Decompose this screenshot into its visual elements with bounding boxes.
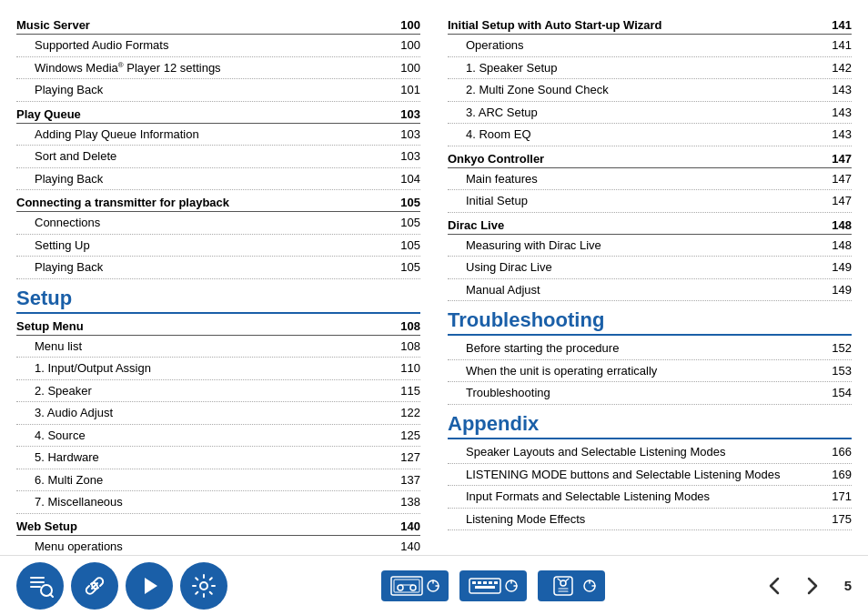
toc-initial-setup-2-page: 147 bbox=[832, 192, 852, 210]
toc-audio-adjust-page: 122 bbox=[400, 404, 420, 422]
toc-connections[interactable]: Connections 105 bbox=[16, 212, 420, 235]
toc-playing-back-3-page: 105 bbox=[400, 258, 420, 277]
svg-rect-17 bbox=[478, 581, 481, 584]
toc-before-starting-label: Before starting the procedure bbox=[466, 339, 832, 358]
toc-speaker-layouts-label: Speaker Layouts and Selectable Listening… bbox=[466, 443, 832, 461]
toc-multi-zone-sound-label: 2. Multi Zone Sound Check bbox=[466, 81, 832, 99]
toc-windows-media-label: Windows Media® Player 12 settings bbox=[35, 59, 400, 77]
toc-listening-mode-buttons-page: 169 bbox=[832, 466, 852, 484]
play-button[interactable] bbox=[126, 562, 173, 610]
section-setup-menu-page: 108 bbox=[400, 319, 420, 333]
section-initial-setup: Initial Setup with Auto Start-up Wizard … bbox=[448, 16, 852, 35]
toc-playing-back-2[interactable]: Playing Back 104 bbox=[16, 168, 420, 191]
toc-initial-setup-2[interactable]: Initial Setup 147 bbox=[448, 190, 852, 213]
toc-troubleshooting-item-label: Troubleshooting bbox=[466, 384, 832, 402]
toc-operations[interactable]: Operations 141 bbox=[448, 35, 852, 57]
toc-audio-adjust[interactable]: 3. Audio Adjust 122 bbox=[16, 402, 420, 425]
toc-listening-mode-buttons[interactable]: LISTENING MODE buttons and Selectable Li… bbox=[448, 464, 852, 487]
toc-playing-back-1[interactable]: Playing Back 101 bbox=[16, 79, 420, 102]
toc-input-formats-page: 171 bbox=[832, 488, 852, 506]
toc-adding-play-queue[interactable]: Adding Play Queue Information 103 bbox=[16, 124, 420, 146]
footer-device-buttons bbox=[381, 570, 605, 601]
toc-input-formats[interactable]: Input Formats and Selectable Listening M… bbox=[448, 486, 852, 509]
toc-hardware-label: 5. Hardware bbox=[35, 449, 400, 467]
toc-input-output-page: 110 bbox=[400, 359, 420, 378]
toc-operating-erratically-label: When the unit is operating erratically bbox=[466, 362, 832, 380]
toc-playing-back-3[interactable]: Playing Back 105 bbox=[16, 257, 420, 279]
toc-initial-setup-2-label: Initial Setup bbox=[466, 192, 832, 210]
toc-speaker-layouts[interactable]: Speaker Layouts and Selectable Listening… bbox=[448, 441, 852, 464]
toc-setting-up-page: 105 bbox=[400, 237, 420, 255]
toc-button[interactable] bbox=[16, 562, 64, 610]
toc-source[interactable]: 4. Source 125 bbox=[16, 425, 420, 448]
toc-setting-up[interactable]: Setting Up 105 bbox=[16, 235, 420, 257]
toc-arc-setup-page: 143 bbox=[832, 104, 852, 122]
toc-multi-zone[interactable]: 6. Multi Zone 137 bbox=[16, 469, 420, 492]
toc-speaker[interactable]: 2. Speaker 115 bbox=[16, 380, 420, 403]
toc-supported-audio-label: Supported Audio Formats bbox=[35, 36, 400, 55]
toc-speaker-setup[interactable]: 1. Speaker Setup 142 bbox=[448, 57, 852, 80]
toc-operating-erratically-page: 153 bbox=[832, 362, 852, 380]
back-button[interactable] bbox=[759, 570, 790, 601]
toc-hardware-page: 127 bbox=[400, 449, 420, 467]
toc-troubleshooting-item[interactable]: Troubleshooting 154 bbox=[448, 382, 852, 405]
link-button[interactable] bbox=[71, 562, 118, 610]
settings-button[interactable] bbox=[180, 562, 227, 610]
toc-operating-erratically[interactable]: When the unit is operating erratically 1… bbox=[448, 360, 852, 383]
toc-speaker-layouts-page: 166 bbox=[832, 443, 852, 461]
toc-playing-back-1-page: 101 bbox=[400, 81, 420, 99]
section-setup-menu-label: Setup Menu bbox=[16, 319, 84, 333]
toc-misc-page: 138 bbox=[400, 493, 420, 511]
toc-supported-audio-page: 100 bbox=[400, 36, 420, 55]
toc-audio-adjust-label: 3. Audio Adjust bbox=[35, 404, 400, 422]
section-web-setup-label: Web Setup bbox=[16, 519, 77, 533]
toc-hardware[interactable]: 5. Hardware 127 bbox=[16, 447, 420, 469]
toc-input-output[interactable]: 1. Input/Output Assign 110 bbox=[16, 358, 420, 380]
toc-menu-list-label: Menu list bbox=[35, 338, 400, 356]
toc-speaker-label: 2. Speaker bbox=[35, 382, 400, 400]
svg-rect-20 bbox=[494, 581, 498, 584]
toc-windows-media[interactable]: Windows Media® Player 12 settings 100 bbox=[16, 57, 420, 80]
toc-before-starting[interactable]: Before starting the procedure 152 bbox=[448, 338, 852, 360]
toc-sort-delete[interactable]: Sort and Delete 103 bbox=[16, 146, 420, 168]
toc-sort-delete-label: Sort and Delete bbox=[35, 147, 400, 166]
toc-multi-zone-sound[interactable]: 2. Multi Zone Sound Check 143 bbox=[448, 79, 852, 102]
svg-rect-21 bbox=[475, 586, 495, 589]
toc-arc-setup[interactable]: 3. ARC Setup 143 bbox=[448, 102, 852, 125]
footer: 5 bbox=[0, 555, 868, 615]
toc-menu-operations-label: Menu operations bbox=[35, 538, 400, 556]
toc-menu-list[interactable]: Menu list 108 bbox=[16, 336, 420, 358]
svg-rect-0 bbox=[30, 577, 45, 579]
section-initial-setup-page: 141 bbox=[832, 18, 852, 32]
toc-listening-effects[interactable]: Listening Mode Effects 175 bbox=[448, 509, 852, 531]
toc-listening-mode-buttons-label: LISTENING MODE buttons and Selectable Li… bbox=[466, 466, 832, 484]
svg-rect-2 bbox=[30, 586, 41, 588]
toc-manual-adjust-label: Manual Adjust bbox=[466, 281, 832, 299]
toc-main-features[interactable]: Main features 147 bbox=[448, 168, 852, 191]
toc-multi-zone-label: 6. Multi Zone bbox=[35, 471, 400, 489]
toc-room-eq-label: 4. Room EQ bbox=[466, 126, 832, 144]
toc-using-dirac-label: Using Dirac Live bbox=[466, 258, 832, 277]
section-onkyo: Onkyo Controller 147 bbox=[448, 150, 852, 168]
left-column: Music Server 100 Supported Audio Formats… bbox=[16, 16, 420, 555]
forward-button[interactable] bbox=[797, 570, 828, 601]
footer-nav-buttons bbox=[16, 562, 227, 610]
toc-operations-page: 141 bbox=[832, 36, 852, 55]
device1-button[interactable] bbox=[381, 570, 449, 601]
section-play-queue-page: 103 bbox=[400, 107, 420, 121]
toc-before-starting-page: 152 bbox=[832, 339, 852, 358]
section-play-queue-label: Play Queue bbox=[16, 107, 81, 121]
device3-button[interactable] bbox=[538, 570, 605, 601]
setup-header: Setup bbox=[16, 287, 420, 314]
toc-sort-delete-page: 103 bbox=[400, 147, 420, 166]
toc-supported-audio[interactable]: Supported Audio Formats 100 bbox=[16, 35, 420, 57]
toc-playing-back-2-page: 104 bbox=[400, 170, 420, 188]
toc-manual-adjust[interactable]: Manual Adjust 149 bbox=[448, 279, 852, 302]
toc-adding-play-queue-page: 103 bbox=[400, 126, 420, 144]
toc-using-dirac[interactable]: Using Dirac Live 149 bbox=[448, 257, 852, 279]
device2-button[interactable] bbox=[459, 570, 527, 601]
toc-misc[interactable]: 7. Miscellaneous 138 bbox=[16, 491, 420, 514]
section-web-setup-page: 140 bbox=[400, 519, 420, 533]
toc-measuring-dirac[interactable]: Measuring with Dirac Live 148 bbox=[448, 235, 852, 257]
toc-room-eq[interactable]: 4. Room EQ 143 bbox=[448, 124, 852, 146]
